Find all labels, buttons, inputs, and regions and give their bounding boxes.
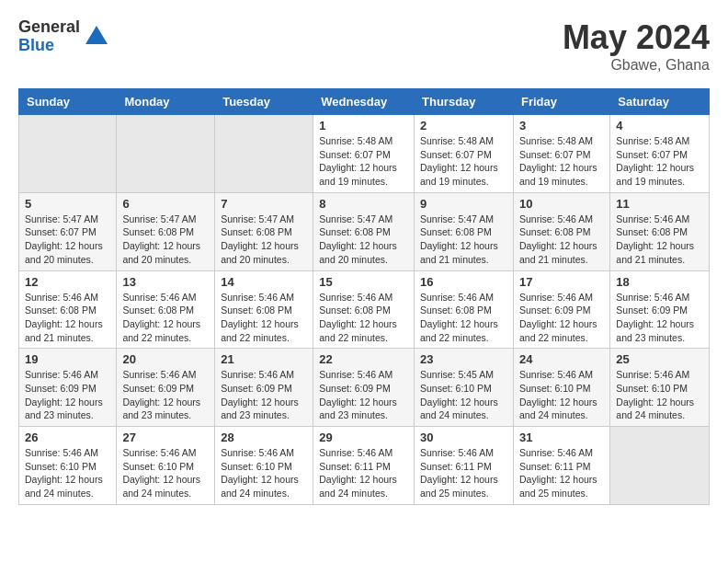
calendar-day-cell: 9Sunrise: 5:47 AMSunset: 6:08 PMDaylight… (415, 192, 514, 270)
weekday-header: Tuesday (215, 89, 313, 115)
day-number: 22 (319, 352, 408, 366)
day-number: 16 (420, 275, 507, 289)
calendar-week-row: 26Sunrise: 5:46 AMSunset: 6:10 PMDayligh… (19, 427, 710, 505)
day-info: Sunrise: 5:46 AMSunset: 6:08 PMDaylight:… (25, 291, 110, 345)
day-number: 13 (122, 275, 209, 289)
day-info: Sunrise: 5:46 AMSunset: 6:09 PMDaylight:… (25, 368, 110, 422)
calendar-day-cell: 15Sunrise: 5:46 AMSunset: 6:08 PMDayligh… (313, 270, 415, 349)
day-number: 14 (221, 275, 307, 289)
calendar-day-cell: 10Sunrise: 5:46 AMSunset: 6:08 PMDayligh… (513, 192, 609, 270)
calendar-day-cell (117, 115, 215, 193)
day-info: Sunrise: 5:48 AMSunset: 6:07 PMDaylight:… (616, 134, 703, 189)
day-info: Sunrise: 5:46 AMSunset: 6:09 PMDaylight:… (221, 368, 307, 422)
svg-marker-0 (85, 26, 108, 44)
day-number: 26 (25, 431, 110, 444)
day-number: 1 (319, 119, 408, 132)
day-info: Sunrise: 5:46 AMSunset: 6:10 PMDaylight:… (25, 446, 110, 500)
calendar-day-cell: 16Sunrise: 5:46 AMSunset: 6:08 PMDayligh… (415, 270, 514, 349)
calendar-day-cell: 21Sunrise: 5:46 AMSunset: 6:09 PMDayligh… (215, 349, 313, 427)
day-info: Sunrise: 5:45 AMSunset: 6:10 PMDaylight:… (420, 368, 507, 422)
logo-icon (84, 24, 109, 50)
calendar-day-cell: 7Sunrise: 5:47 AMSunset: 6:08 PMDaylight… (215, 192, 313, 270)
calendar-day-cell: 5Sunrise: 5:47 AMSunset: 6:07 PMDaylight… (19, 192, 117, 270)
calendar-day-cell: 3Sunrise: 5:48 AMSunset: 6:07 PMDaylight… (513, 115, 609, 193)
day-info: Sunrise: 5:46 AMSunset: 6:10 PMDaylight:… (122, 446, 209, 500)
calendar-day-cell: 23Sunrise: 5:45 AMSunset: 6:10 PMDayligh… (415, 349, 514, 427)
day-number: 27 (122, 431, 209, 444)
day-info: Sunrise: 5:46 AMSunset: 6:08 PMDaylight:… (420, 291, 507, 345)
day-info: Sunrise: 5:47 AMSunset: 6:07 PMDaylight:… (25, 213, 110, 267)
day-number: 30 (420, 431, 507, 444)
weekday-header: Thursday (415, 89, 514, 115)
weekday-header: Monday (117, 89, 215, 115)
day-number: 17 (519, 275, 604, 289)
day-number: 3 (519, 119, 604, 132)
day-number: 7 (221, 197, 307, 211)
calendar-week-row: 19Sunrise: 5:46 AMSunset: 6:09 PMDayligh… (19, 349, 710, 427)
calendar-day-cell: 6Sunrise: 5:47 AMSunset: 6:08 PMDaylight… (117, 192, 215, 270)
day-info: Sunrise: 5:46 AMSunset: 6:08 PMDaylight:… (319, 291, 408, 345)
weekday-header: Friday (513, 89, 609, 115)
calendar-day-cell: 19Sunrise: 5:46 AMSunset: 6:09 PMDayligh… (19, 349, 117, 427)
day-info: Sunrise: 5:46 AMSunset: 6:11 PMDaylight:… (319, 446, 408, 500)
title-block: May 2024 Gbawe, Ghana (563, 18, 710, 74)
logo: General Blue (18, 18, 109, 55)
calendar-day-cell: 26Sunrise: 5:46 AMSunset: 6:10 PMDayligh… (19, 427, 117, 505)
day-info: Sunrise: 5:47 AMSunset: 6:08 PMDaylight:… (420, 213, 507, 267)
day-info: Sunrise: 5:46 AMSunset: 6:10 PMDaylight:… (221, 446, 307, 500)
logo-general: General (18, 18, 80, 37)
day-number: 12 (25, 275, 110, 289)
day-info: Sunrise: 5:46 AMSunset: 6:08 PMDaylight:… (221, 291, 307, 345)
day-number: 10 (519, 197, 604, 211)
day-info: Sunrise: 5:47 AMSunset: 6:08 PMDaylight:… (319, 213, 408, 267)
calendar-day-cell: 20Sunrise: 5:46 AMSunset: 6:09 PMDayligh… (117, 349, 215, 427)
day-number: 24 (519, 352, 604, 366)
day-info: Sunrise: 5:46 AMSunset: 6:09 PMDaylight:… (319, 368, 408, 422)
calendar-header-row: SundayMondayTuesdayWednesdayThursdayFrid… (19, 89, 710, 115)
weekday-header: Saturday (610, 89, 710, 115)
page-header: General Blue May 2024 Gbawe, Ghana (18, 18, 710, 74)
day-info: Sunrise: 5:46 AMSunset: 6:10 PMDaylight:… (616, 368, 703, 422)
day-info: Sunrise: 5:48 AMSunset: 6:07 PMDaylight:… (420, 134, 507, 189)
location-subtitle: Gbawe, Ghana (563, 57, 710, 74)
weekday-header: Wednesday (313, 89, 415, 115)
calendar-week-row: 12Sunrise: 5:46 AMSunset: 6:08 PMDayligh… (19, 270, 710, 349)
day-number: 11 (616, 197, 703, 211)
day-number: 23 (420, 352, 507, 366)
day-number: 4 (616, 119, 703, 132)
calendar-day-cell: 30Sunrise: 5:46 AMSunset: 6:11 PMDayligh… (415, 427, 514, 505)
day-number: 15 (319, 275, 408, 289)
day-number: 29 (319, 431, 408, 444)
calendar-day-cell (610, 427, 710, 505)
calendar-day-cell: 18Sunrise: 5:46 AMSunset: 6:09 PMDayligh… (610, 270, 710, 349)
day-number: 8 (319, 197, 408, 211)
calendar-day-cell: 31Sunrise: 5:46 AMSunset: 6:11 PMDayligh… (513, 427, 609, 505)
day-info: Sunrise: 5:48 AMSunset: 6:07 PMDaylight:… (319, 134, 408, 189)
calendar-day-cell: 2Sunrise: 5:48 AMSunset: 6:07 PMDaylight… (415, 115, 514, 193)
calendar-day-cell: 11Sunrise: 5:46 AMSunset: 6:08 PMDayligh… (610, 192, 710, 270)
calendar-table: SundayMondayTuesdayWednesdayThursdayFrid… (18, 88, 710, 505)
day-info: Sunrise: 5:47 AMSunset: 6:08 PMDaylight:… (122, 213, 209, 267)
calendar-day-cell (19, 115, 117, 193)
calendar-day-cell: 22Sunrise: 5:46 AMSunset: 6:09 PMDayligh… (313, 349, 415, 427)
day-number: 5 (25, 197, 110, 211)
calendar-day-cell: 12Sunrise: 5:46 AMSunset: 6:08 PMDayligh… (19, 270, 117, 349)
day-number: 6 (122, 197, 209, 211)
calendar-day-cell: 1Sunrise: 5:48 AMSunset: 6:07 PMDaylight… (313, 115, 415, 193)
calendar-day-cell: 28Sunrise: 5:46 AMSunset: 6:10 PMDayligh… (215, 427, 313, 505)
calendar-day-cell: 24Sunrise: 5:46 AMSunset: 6:10 PMDayligh… (513, 349, 609, 427)
day-number: 31 (519, 431, 604, 444)
day-info: Sunrise: 5:46 AMSunset: 6:08 PMDaylight:… (519, 213, 604, 267)
calendar-day-cell: 29Sunrise: 5:46 AMSunset: 6:11 PMDayligh… (313, 427, 415, 505)
day-number: 18 (616, 275, 703, 289)
day-number: 28 (221, 431, 307, 444)
calendar-day-cell: 25Sunrise: 5:46 AMSunset: 6:10 PMDayligh… (610, 349, 710, 427)
day-number: 2 (420, 119, 507, 132)
main-title: May 2024 (563, 18, 710, 57)
day-info: Sunrise: 5:46 AMSunset: 6:08 PMDaylight:… (122, 291, 209, 345)
day-info: Sunrise: 5:46 AMSunset: 6:11 PMDaylight:… (519, 446, 604, 500)
weekday-header: Sunday (19, 89, 117, 115)
day-info: Sunrise: 5:48 AMSunset: 6:07 PMDaylight:… (519, 134, 604, 189)
calendar-day-cell: 17Sunrise: 5:46 AMSunset: 6:09 PMDayligh… (513, 270, 609, 349)
calendar-week-row: 1Sunrise: 5:48 AMSunset: 6:07 PMDaylight… (19, 115, 710, 193)
